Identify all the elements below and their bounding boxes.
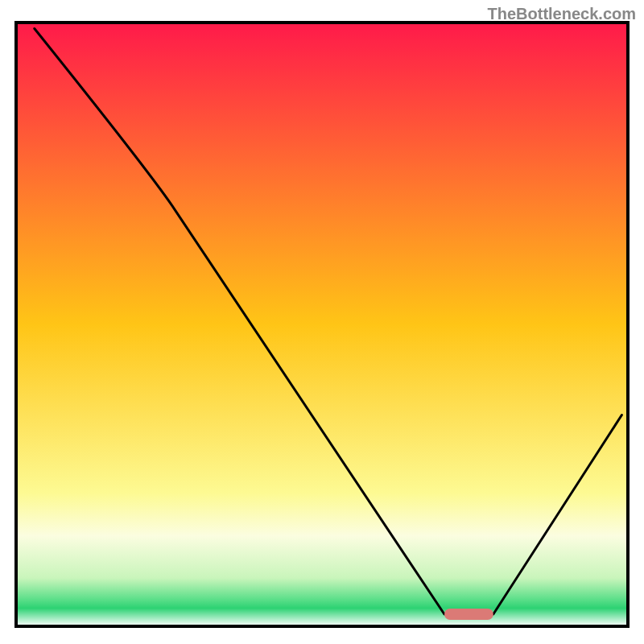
bottleneck-chart xyxy=(0,0,644,644)
chart-background xyxy=(16,23,628,626)
chart-container: TheBottleneck.com xyxy=(0,0,644,644)
optimal-range-marker xyxy=(444,609,493,620)
plot-area xyxy=(16,23,628,626)
watermark-text: TheBottleneck.com xyxy=(488,5,636,23)
